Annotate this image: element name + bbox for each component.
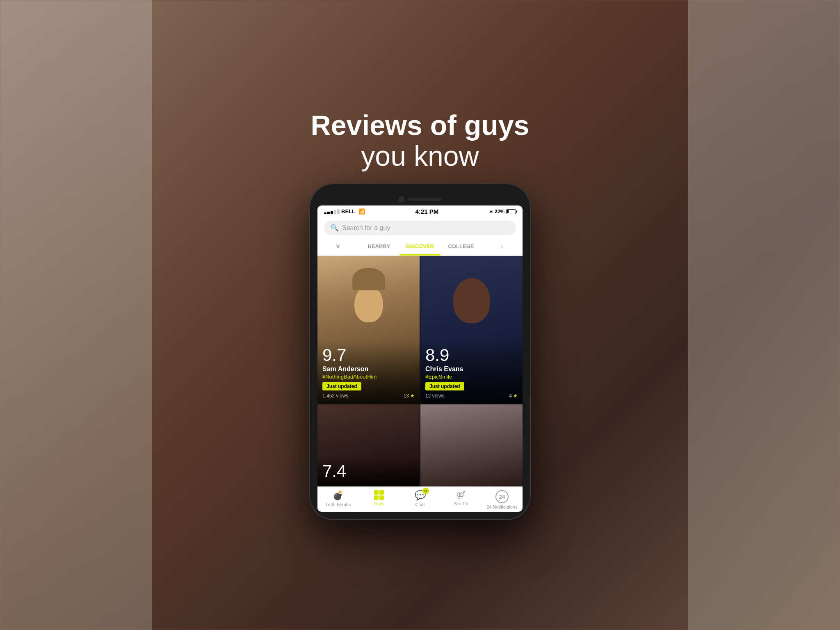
- tab-college[interactable]: COLLEGE: [441, 238, 482, 256]
- chris-views: 12 views: [425, 393, 445, 399]
- signal-dot-4: [334, 210, 336, 214]
- guys-grid-icon: [374, 490, 384, 500]
- notifications-count: 24: [499, 494, 505, 500]
- guys-grid: 9.7 Sam Anderson #NothingBadAboutHim Jus…: [317, 256, 523, 486]
- chris-evans-info: 8.9 Chris Evans #EpicSmile Just updated …: [420, 342, 523, 404]
- bottom-nav: 💣 Truth Bombs Guys 💬: [317, 486, 523, 512]
- signal-dot-2: [327, 212, 330, 214]
- phone-speaker: [409, 198, 441, 201]
- tab-more[interactable]: ›: [482, 238, 523, 256]
- chris-just-updated: Just updated: [425, 382, 464, 390]
- bottom-left-score: 7.4: [322, 463, 415, 480]
- phone-screen: BELL 📶 4:21 PM ∗ 22% 🔍 Search for a guy: [317, 205, 523, 512]
- search-input-container[interactable]: 🔍 Search for a guy: [324, 221, 516, 235]
- chat-badge: 9: [422, 488, 429, 494]
- sam-name: Sam Anderson: [322, 365, 415, 373]
- guy-card-bottom-right[interactable]: [420, 404, 523, 486]
- chat-label: Chat: [415, 502, 425, 507]
- tab-v[interactable]: V: [317, 238, 358, 256]
- chris-hashtag: #EpicSmile: [425, 374, 518, 380]
- header-title: Reviews of guys: [311, 110, 530, 141]
- battery-icon: [506, 209, 516, 214]
- status-bar: BELL 📶 4:21 PM ∗ 22%: [317, 205, 523, 217]
- signal-dot-5: [337, 209, 340, 214]
- sam-just-updated: Just updated: [322, 382, 361, 390]
- sam-hashtag: #NothingBadAboutHim: [322, 374, 415, 380]
- notifications-badge: 24: [495, 490, 509, 503]
- front-camera: [399, 196, 404, 202]
- grid-cell-2: [379, 490, 384, 495]
- guy-card-sam-anderson[interactable]: 9.7 Sam Anderson #NothingBadAboutHim Jus…: [317, 256, 420, 404]
- status-left: BELL 📶: [324, 208, 365, 215]
- bottom-left-info: 7.4: [317, 458, 420, 486]
- truth-bombs-icon: 💣: [333, 490, 344, 501]
- carrier-name: BELL: [341, 208, 355, 215]
- sam-score: 9.7: [322, 347, 415, 364]
- nav-sex-ed[interactable]: ⚤ Sex Ed: [441, 487, 482, 512]
- main-container: Reviews of guys you know: [309, 110, 531, 520]
- sex-ed-label: Sex Ed: [454, 501, 468, 506]
- chris-name: Chris Evans: [425, 365, 518, 373]
- notifications-label: 24 Notifications: [486, 504, 517, 509]
- battery-fill: [507, 210, 509, 213]
- phone-top: [317, 192, 523, 205]
- sam-anderson-info: 9.7 Sam Anderson #NothingBadAboutHim Jus…: [317, 342, 420, 404]
- nav-tabs: V NEARBY DISCOVER COLLEGE ›: [317, 238, 523, 256]
- chris-stats: 12 views 4 ★: [425, 393, 518, 399]
- sam-star-icon: ★: [410, 393, 415, 399]
- sam-reviews: 13 ★: [404, 393, 415, 399]
- sex-ed-icon: ⚤: [456, 490, 466, 500]
- search-input[interactable]: Search for a guy: [342, 224, 390, 232]
- nav-guys[interactable]: Guys: [358, 487, 399, 512]
- wifi-icon: 📶: [358, 208, 365, 215]
- bg-right-panel: [688, 0, 840, 630]
- search-icon: 🔍: [331, 224, 339, 232]
- grid-cell-4: [379, 495, 384, 500]
- battery-percent: 22%: [495, 209, 504, 215]
- guys-label: Guys: [374, 501, 384, 506]
- grid-cell-3: [374, 495, 379, 500]
- header-subtitle: you know: [311, 141, 530, 171]
- chris-score: 8.9: [425, 347, 518, 364]
- chris-reviews: 4 ★: [509, 393, 518, 399]
- bluetooth-icon: ∗: [489, 209, 493, 215]
- tab-discover[interactable]: DISCOVER: [399, 238, 441, 256]
- guy-card-bottom-left[interactable]: 7.4: [317, 404, 420, 486]
- sam-stats: 1,452 views 13 ★: [322, 393, 415, 399]
- search-bar: 🔍 Search for a guy: [317, 217, 523, 238]
- signal-dot-3: [331, 211, 333, 214]
- bottom-right-photo: [420, 404, 523, 486]
- truth-bombs-label: Truth Bombs: [325, 502, 351, 507]
- guy-card-chris-evans[interactable]: 8.9 Chris Evans #EpicSmile Just updated …: [420, 256, 523, 404]
- nav-chat[interactable]: 💬 9 Chat: [399, 487, 441, 512]
- phone-shell: BELL 📶 4:21 PM ∗ 22% 🔍 Search for a guy: [309, 183, 531, 520]
- signal-strength: [324, 209, 340, 214]
- sam-views: 1,452 views: [322, 393, 348, 399]
- status-time: 4:21 PM: [415, 208, 439, 215]
- header-text: Reviews of guys you know: [311, 110, 530, 171]
- bg-left-panel: [0, 0, 152, 630]
- status-right: ∗ 22%: [489, 209, 516, 215]
- nav-truth-bombs[interactable]: 💣 Truth Bombs: [317, 487, 358, 512]
- nav-notifications[interactable]: 24 24 Notifications: [482, 487, 523, 512]
- tab-nearby[interactable]: NEARBY: [358, 238, 399, 256]
- grid-cell-1: [374, 490, 379, 495]
- chris-star-icon: ★: [513, 393, 518, 399]
- chat-icon-wrap: 💬 9: [415, 490, 426, 501]
- signal-dot-1: [324, 212, 326, 214]
